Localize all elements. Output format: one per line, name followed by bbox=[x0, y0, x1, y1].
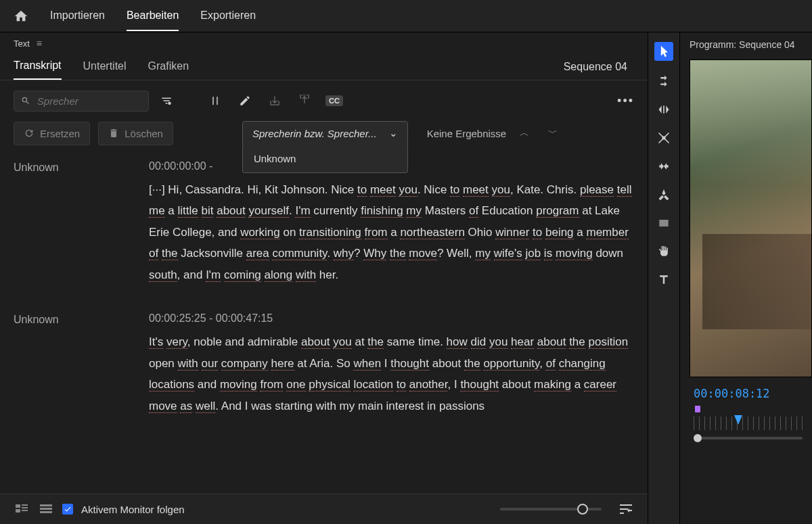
marker-icon[interactable] bbox=[695, 406, 700, 412]
pencil-icon[interactable] bbox=[233, 89, 257, 113]
search-input[interactable] bbox=[14, 91, 149, 112]
next-result-icon[interactable]: ﹀ bbox=[543, 127, 563, 139]
transcript-list: Unknown 00:00:00:00 - [···] Hi, Cassandr… bbox=[0, 153, 648, 494]
chevron-down-icon: ⌄ bbox=[389, 127, 398, 139]
prev-result-icon[interactable]: ︿ bbox=[514, 127, 535, 139]
filter-icon[interactable] bbox=[154, 89, 179, 113]
svg-rect-5 bbox=[22, 510, 28, 511]
speaker-dropdown-menu: Unknown bbox=[242, 145, 408, 173]
tab-edit[interactable]: Bearbeiten bbox=[127, 1, 179, 31]
follow-monitor-checkbox[interactable] bbox=[62, 504, 73, 515]
delete-button[interactable]: Löschen bbox=[98, 122, 173, 145]
scrub-bar[interactable] bbox=[694, 437, 803, 439]
replace-button[interactable]: Ersetzen bbox=[14, 122, 90, 145]
transcript-segment[interactable]: Unknown 00:00:00:00 - [···] Hi, Cassandr… bbox=[14, 160, 634, 285]
search-field[interactable] bbox=[37, 95, 141, 107]
save-in-icon[interactable] bbox=[263, 89, 287, 113]
slip-tool-icon[interactable] bbox=[656, 158, 672, 174]
rectangle-tool-icon[interactable] bbox=[656, 215, 672, 231]
type-tool-icon[interactable] bbox=[656, 272, 672, 288]
svg-rect-10 bbox=[659, 220, 668, 227]
check-icon bbox=[64, 505, 72, 513]
text-panel: Text ≡ Transkript Untertitel Grafiken Se… bbox=[0, 32, 648, 524]
program-timecode[interactable]: 00:00:08:12 bbox=[680, 377, 812, 406]
transcript-text[interactable]: [···] Hi, Cassandra. Hi, Kit Johnson. Ni… bbox=[149, 179, 634, 285]
subtab-graphics[interactable]: Grafiken bbox=[148, 55, 189, 79]
subtab-transcript[interactable]: Transkript bbox=[14, 54, 62, 80]
panel-title: Text bbox=[14, 39, 30, 49]
timecode: 00:00:25:25 - 00:00:47:15 bbox=[149, 312, 634, 325]
pen-tool-icon[interactable] bbox=[656, 187, 672, 203]
zoom-slider[interactable] bbox=[500, 508, 602, 510]
program-monitor[interactable] bbox=[690, 59, 812, 377]
trash-icon bbox=[108, 128, 119, 139]
track-select-forward-icon[interactable] bbox=[656, 73, 672, 89]
tab-import[interactable]: Importieren bbox=[50, 1, 105, 31]
search-icon bbox=[21, 95, 30, 106]
refresh-icon bbox=[24, 128, 35, 139]
svg-rect-3 bbox=[22, 504, 28, 506]
svg-point-0 bbox=[168, 102, 171, 105]
subtab-subtitles[interactable]: Untertitel bbox=[83, 55, 127, 79]
hand-tool-icon[interactable] bbox=[656, 243, 672, 260]
svg-rect-9 bbox=[662, 137, 666, 140]
svg-rect-6 bbox=[40, 504, 52, 506]
more-icon[interactable]: ••• bbox=[617, 94, 634, 108]
svg-rect-8 bbox=[40, 511, 52, 513]
slider-thumb[interactable] bbox=[577, 504, 588, 515]
program-title: Programm: Sequence 04 bbox=[680, 32, 812, 57]
speaker-label: Unknown bbox=[14, 160, 135, 285]
view-mode-1-icon[interactable] bbox=[14, 501, 30, 517]
svg-rect-7 bbox=[40, 508, 52, 510]
speaker-dropdown[interactable]: Sprecherin bzw. Sprecher... ⌄ Unknown bbox=[242, 121, 408, 145]
selection-tool-icon[interactable] bbox=[654, 42, 673, 61]
follow-monitor-label: Aktivem Monitor folgen bbox=[81, 504, 185, 515]
scrub-thumb[interactable] bbox=[694, 434, 702, 442]
transcript-segment[interactable]: Unknown 00:00:25:25 - 00:00:47:15 It's v… bbox=[14, 312, 634, 416]
save-out-icon[interactable] bbox=[292, 89, 317, 113]
ripple-edit-icon[interactable] bbox=[656, 101, 672, 118]
topbar: Importieren Bearbeiten Exportieren bbox=[0, 0, 812, 32]
transcript-text[interactable]: It's very, noble and admirable about you… bbox=[149, 331, 634, 416]
time-ruler[interactable] bbox=[694, 416, 803, 430]
tool-rail bbox=[648, 32, 680, 524]
svg-rect-2 bbox=[16, 509, 20, 513]
settings-sliders-icon[interactable] bbox=[618, 501, 634, 517]
razor-tool-icon[interactable] bbox=[656, 130, 672, 146]
speaker-label: Unknown bbox=[14, 312, 135, 416]
cc-icon[interactable]: CC bbox=[322, 89, 346, 113]
dropdown-item-unknown[interactable]: Unknown bbox=[243, 145, 407, 172]
view-mode-2-icon[interactable] bbox=[38, 501, 54, 517]
split-icon[interactable] bbox=[203, 89, 227, 113]
playhead-icon[interactable] bbox=[734, 415, 742, 425]
home-icon[interactable] bbox=[14, 9, 28, 24]
tab-export[interactable]: Exportieren bbox=[200, 1, 256, 31]
svg-rect-1 bbox=[16, 504, 20, 508]
program-panel: Programm: Sequence 04 00:00:08:12 bbox=[680, 32, 812, 524]
panel-menu-icon[interactable]: ≡ bbox=[37, 38, 42, 49]
svg-rect-4 bbox=[22, 507, 28, 508]
sequence-name: Sequence 04 bbox=[564, 61, 634, 73]
results-text: Keine Ergebnisse bbox=[427, 128, 507, 139]
